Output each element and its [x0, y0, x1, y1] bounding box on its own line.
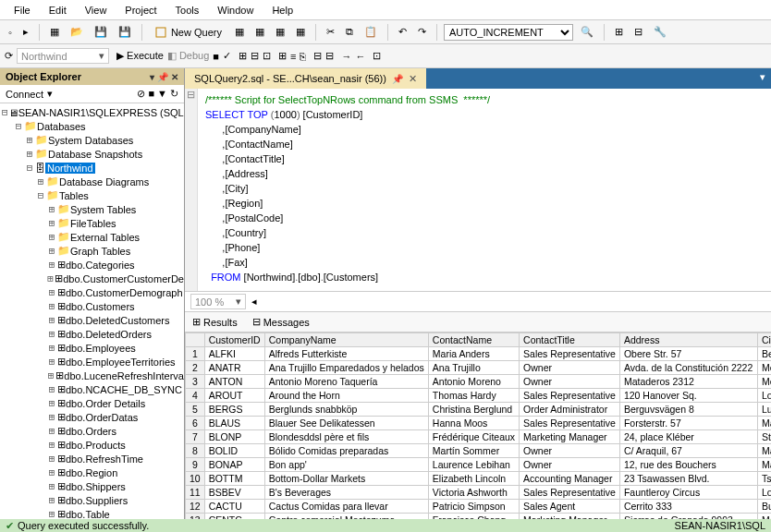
- tree-table[interactable]: ⊞⊞ dbo.CustomerCustomerDe: [0, 272, 184, 285]
- new-project-icon[interactable]: ▦: [46, 24, 63, 40]
- results-grid[interactable]: CustomerIDCompanyNameContactNameContactT…: [185, 332, 771, 519]
- open-icon[interactable]: 📂: [67, 24, 87, 40]
- tree-table[interactable]: ⊞⊞ dbo.Orders: [0, 424, 184, 438]
- comment-icon[interactable]: ⊟: [313, 50, 322, 62]
- tree-table[interactable]: ⊞⊞ dbo.CustomerDemograph: [0, 285, 184, 299]
- column-header[interactable]: ContactName: [428, 333, 519, 347]
- close-panel-icon[interactable]: ✕: [171, 72, 178, 82]
- tree-table[interactable]: ⊞⊞ dbo.Customers: [0, 299, 184, 313]
- menu-view[interactable]: View: [76, 3, 116, 18]
- registered-servers-icon[interactable]: ⊟: [630, 24, 646, 40]
- tab-close-icon[interactable]: ✕: [409, 73, 417, 85]
- tree-system-tables[interactable]: ⊞📁 System Tables: [0, 202, 184, 216]
- column-header[interactable]: CompanyName: [264, 333, 428, 347]
- messages-tab[interactable]: ⊟ Messages: [249, 314, 313, 330]
- tree-table[interactable]: ⊞⊞ dbo.Order Details: [0, 396, 184, 410]
- debug-button[interactable]: ◧ Debug: [167, 50, 209, 62]
- tree-table[interactable]: ⊞⊞ dbo.OrderDatas: [0, 410, 184, 424]
- nav-back-icon[interactable]: ◦: [5, 25, 16, 40]
- disconnect-icon[interactable]: ⊘: [137, 88, 145, 100]
- table-row[interactable]: 11BSBEVB's BeveragesVictoria AshworthSal…: [186, 486, 772, 500]
- tree-table[interactable]: ⊞⊞ dbo.NCACHE_DB_SYNC: [0, 382, 184, 396]
- tree-table[interactable]: ⊞⊞ dbo.Shippers: [0, 479, 184, 493]
- column-header[interactable]: CustomerID: [204, 333, 264, 347]
- database-selector[interactable]: Northwind: [17, 48, 109, 64]
- table-row[interactable]: 5BERGSBerglunds snabbköpChristina Berglu…: [186, 403, 772, 417]
- tab-sqlquery2[interactable]: SQLQuery2.sql - SE...CH\sean_nasir (56))…: [185, 68, 426, 89]
- tree-table[interactable]: ⊞⊞ dbo.LuceneRefreshInterva: [0, 369, 184, 382]
- table-row[interactable]: 2ANATRAna Trujillo Emparedados y helados…: [186, 361, 772, 375]
- menu-edit[interactable]: Edit: [40, 3, 76, 18]
- table-row[interactable]: 7BLONPBlondesddsl père et filsFrédérique…: [186, 430, 772, 444]
- tools-icon[interactable]: 🔧: [650, 24, 670, 40]
- object-tree[interactable]: ⊟🖥 SEAN-NASIR1\SQLEXPRESS (SQL Ser ⊟📁 Da…: [0, 103, 184, 519]
- connect-button[interactable]: Connect: [6, 89, 43, 100]
- tree-databases[interactable]: ⊟📁 Databases: [0, 119, 184, 133]
- copy-icon[interactable]: ⧉: [342, 24, 357, 40]
- tree-snapshots[interactable]: ⊞📁 Database Snapshots: [0, 147, 184, 161]
- tab-overflow-icon[interactable]: ▾: [754, 68, 771, 89]
- zoom-selector[interactable]: 100 %: [190, 294, 246, 309]
- table-row[interactable]: 1ALFKIAlfreds FutterkisteMaria AndersSal…: [186, 347, 772, 361]
- tree-system-databases[interactable]: ⊞📁 System Databases: [0, 133, 184, 147]
- table-row[interactable]: 6BLAUSBlauer See DelikatessenHanna MoosS…: [186, 417, 772, 430]
- execute-button[interactable]: ▶ Execute: [116, 50, 164, 62]
- menu-window[interactable]: Window: [208, 3, 263, 18]
- cut-icon[interactable]: ✂: [323, 24, 338, 40]
- nav-fwd-icon[interactable]: ▸: [19, 24, 32, 40]
- results-grid-container[interactable]: CustomerIDCompanyNameContactNameContactT…: [185, 332, 771, 519]
- menu-project[interactable]: Project: [116, 3, 165, 18]
- dropdown-icon[interactable]: ▾: [150, 72, 154, 82]
- tree-tables[interactable]: ⊟📁 Tables: [0, 188, 184, 202]
- tree-table[interactable]: ⊞⊞ dbo.Suppliers: [0, 493, 184, 507]
- specify-values-icon[interactable]: ⊡: [373, 50, 381, 62]
- tree-northwind[interactable]: ⊟🗄 Northwind: [0, 161, 184, 175]
- activity-icon[interactable]: ⊞: [611, 24, 627, 40]
- table-row[interactable]: 12CACTUCactus Comidas para llevarPatrici…: [186, 500, 772, 514]
- table-row[interactable]: 4AROUTAround the HornThomas HardySales R…: [186, 389, 772, 403]
- menu-file[interactable]: File: [5, 3, 40, 18]
- redo-icon[interactable]: ↷: [414, 24, 430, 40]
- cancel-query-icon[interactable]: ■: [213, 51, 219, 62]
- results-tab[interactable]: ⊞ Results: [189, 314, 241, 330]
- save-all-icon[interactable]: 💾: [115, 24, 135, 40]
- dmx-query-icon[interactable]: ▦: [292, 24, 309, 40]
- tree-table[interactable]: ⊞⊞ dbo.DeletedOrders: [0, 327, 184, 341]
- column-header[interactable]: Address: [619, 333, 757, 347]
- tree-table[interactable]: ⊞⊞ dbo.Products: [0, 438, 184, 452]
- outdent-icon[interactable]: ←: [355, 51, 365, 62]
- include-stats-icon[interactable]: ⊡: [263, 50, 271, 62]
- parse-icon[interactable]: ✓: [223, 50, 231, 62]
- tree-graph-tables[interactable]: ⊞📁 Graph Tables: [0, 244, 184, 258]
- results-file-icon[interactable]: ⎘: [300, 51, 306, 62]
- table-row[interactable]: 9BONAPBon app'Laurence LebihanOwner12, r…: [186, 458, 772, 472]
- pin-icon[interactable]: 📌: [157, 72, 168, 82]
- tree-diagrams[interactable]: ⊞📁 Database Diagrams: [0, 175, 184, 188]
- tree-table[interactable]: ⊞⊞ dbo.Categories: [0, 258, 184, 272]
- table-row[interactable]: 10BOTTMBottom-Dollar MarketsElizabeth Li…: [186, 472, 772, 486]
- menu-tools[interactable]: Tools: [166, 3, 209, 18]
- new-query-button[interactable]: New Query: [149, 24, 227, 41]
- stop-icon[interactable]: ■: [148, 88, 154, 100]
- undo-icon[interactable]: ↶: [395, 24, 410, 40]
- column-header[interactable]: City: [758, 333, 772, 347]
- save-icon[interactable]: 💾: [91, 24, 111, 40]
- include-plan-icon[interactable]: ⊟: [251, 50, 259, 62]
- filter-icon[interactable]: ▼: [157, 88, 167, 100]
- db-engine-query-icon[interactable]: ▦: [231, 24, 248, 40]
- tree-table[interactable]: ⊞⊞ dbo.RefreshTime: [0, 452, 184, 466]
- tree-table[interactable]: ⊞⊞ dbo.EmployeeTerritories: [0, 355, 184, 369]
- tab-pin-icon[interactable]: 📌: [392, 74, 403, 84]
- column-header[interactable]: ContactTitle: [520, 333, 620, 347]
- tree-server[interactable]: ⊟🖥 SEAN-NASIR1\SQLEXPRESS (SQL Ser: [0, 105, 184, 119]
- find-icon[interactable]: 🔍: [577, 24, 597, 40]
- intellisense-combo[interactable]: AUTO_INCREMENT: [444, 24, 573, 41]
- tree-table[interactable]: ⊞⊞ dbo.Region: [0, 466, 184, 479]
- tree-table[interactable]: ⊞⊞ dbo.Employees: [0, 341, 184, 355]
- paste-icon[interactable]: 📋: [361, 24, 381, 40]
- tree-external-tables[interactable]: ⊞📁 External Tables: [0, 230, 184, 244]
- table-row[interactable]: 8BOLIDBólido Comidas preparadasMartín So…: [186, 444, 772, 458]
- tree-filetables[interactable]: ⊞📁 FileTables: [0, 216, 184, 230]
- fold-gutter[interactable]: ⊟: [185, 89, 198, 291]
- results-grid-icon[interactable]: ⊞: [278, 50, 287, 62]
